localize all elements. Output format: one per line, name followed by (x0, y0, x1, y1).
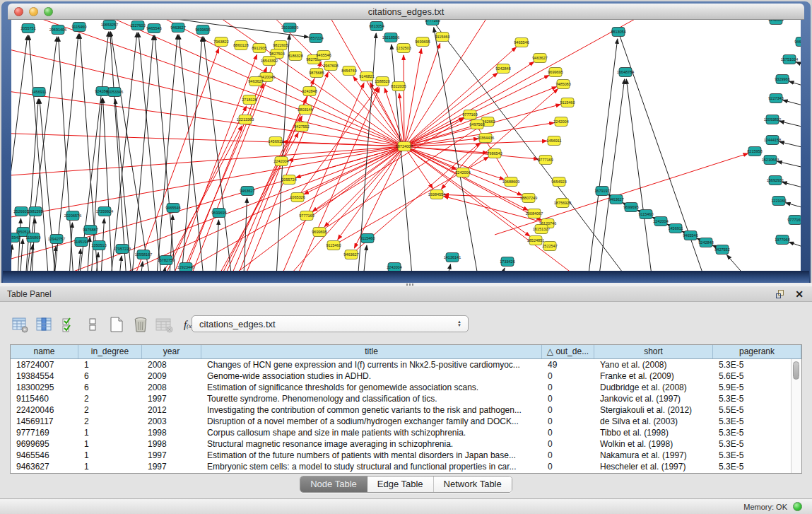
graph-node-label: 12213363 (237, 117, 254, 122)
graph-node-label: 8454749 (341, 69, 356, 73)
graph-node-label: 15692931 (767, 178, 784, 182)
table-row[interactable]: 969969511998Structural magnetic resonanc… (11, 438, 791, 450)
row-selector-icon[interactable] (82, 315, 103, 334)
tab-node-table[interactable]: Node Table (300, 477, 367, 492)
table-cell: 1997 (142, 393, 201, 404)
column-header-short[interactable]: short (594, 345, 713, 358)
table-row[interactable]: 946362711997Embryonic stem cells: a mode… (11, 461, 791, 472)
memory-indicator-icon[interactable] (793, 502, 802, 511)
table-cell: Estimation of significance thresholds fo… (201, 382, 542, 393)
table-body: 1872400712008Changes of HCN gene express… (11, 359, 791, 473)
graph-node-label: 6497568 (469, 122, 484, 127)
table-row[interactable]: 977716911998Corpus callosum shape and si… (11, 427, 791, 438)
table-panel: Table Panel ✕ f(x) citat (0, 286, 812, 498)
graph-node-label: 1377068 (775, 238, 789, 242)
table-panel-title: Table Panel (7, 289, 52, 299)
table-cell: 18724007 (11, 359, 78, 370)
graph-node-label: 9777169 (462, 112, 477, 117)
table-cell: 5.9E-5 (713, 382, 791, 393)
graph-edge (779, 141, 801, 151)
graph-edge (40, 99, 57, 271)
graph-node-label: 18524851 (527, 238, 544, 243)
column-header-title[interactable]: title (201, 345, 542, 358)
graph-edge (597, 79, 625, 271)
table-cell: 1 (78, 450, 142, 461)
column-header-in_degree[interactable]: in_degree (78, 345, 142, 358)
window-title: citations_edges.txt (8, 6, 804, 17)
column-header-out_degree[interactable]: △ out_de... (542, 345, 594, 358)
table-cell: 1997 (142, 461, 201, 472)
table-cell: 1 (78, 461, 142, 472)
table-row[interactable]: 2242004622012Investigating the contribut… (11, 404, 791, 416)
graph-node-label: 10688609 (502, 180, 519, 184)
table-cell: 1 (78, 359, 142, 370)
graph-edge (626, 79, 654, 271)
column-header-year[interactable]: year (142, 345, 201, 358)
graph-node-label: 1456911 (268, 139, 283, 144)
graph-node-label: 20691406 (49, 28, 66, 32)
dropdown-stepper-icon: ▲▼ (454, 320, 465, 327)
delete-column-icon[interactable] (130, 315, 151, 334)
graph-edge (25, 99, 38, 271)
network-canvas[interactable]: 1872400779638228860128891293598226059827… (11, 20, 801, 271)
network-window-titlebar[interactable]: citations_edges.txt (8, 4, 804, 20)
table-row[interactable]: 1456911722003Disruption of a novel membe… (11, 416, 791, 427)
table-vertical-scrollbar[interactable] (791, 359, 801, 473)
graph-node-label: 9463627 (343, 252, 358, 257)
table-toolbar: f(x) (10, 313, 202, 336)
scrollbar-thumb[interactable] (793, 361, 799, 380)
float-panel-icon[interactable] (776, 290, 785, 299)
table-cell: 5.6E-5 (713, 370, 791, 382)
table-cell: 9465546 (11, 450, 78, 461)
graph-node-label: 9227343 (768, 96, 783, 100)
column-checklist-icon[interactable] (58, 315, 79, 334)
column-header-name[interactable]: name (11, 345, 78, 358)
table-header-row: namein_degreeyeartitle△ out_de...shortpa… (11, 345, 801, 359)
graph-node-label: 8860128 (233, 43, 248, 47)
graph-node-label: 2526605 (13, 209, 28, 214)
close-panel-icon[interactable]: ✕ (795, 289, 804, 299)
table-cell: 1 (78, 427, 142, 438)
graph-node-label: 8215958 (747, 149, 762, 153)
graph-node-label: 9146821 (359, 74, 374, 78)
table-cell: 0 (542, 461, 594, 472)
graph-edge (155, 35, 177, 271)
graph-node-label: 9115460 (326, 243, 341, 247)
graph-node-label: 18807249 (520, 196, 537, 200)
table-cell: Tibbo et al. (1998) (594, 427, 713, 438)
table-row[interactable]: 911546021997Tourette syndrome. Phenomeno… (11, 393, 791, 404)
graph-node-label: 9975887 (83, 228, 98, 232)
graph-node-label: 9827503 (269, 52, 284, 56)
table-cell: Stergiakouli et al. (2012) (594, 404, 713, 416)
tab-network-table[interactable]: Network Table (434, 477, 512, 492)
graph-node-label: 17359924 (96, 209, 113, 214)
graph-node-label: 16782759 (158, 258, 175, 262)
graph-edge (11, 40, 404, 146)
graph-edge (111, 32, 152, 271)
column-header-pagerank[interactable]: pagerank (713, 345, 801, 358)
graph-node-label: 10958167 (135, 252, 152, 257)
graph-edge (11, 132, 404, 146)
table-cell: 49 (542, 359, 594, 370)
graph-node-label: 9699695 (623, 205, 638, 209)
table-row[interactable]: 1872400712008Changes of HCN gene express… (11, 359, 791, 370)
graph-node-label: 12444158 (764, 138, 781, 142)
graph-node-label: 19218506 (382, 35, 399, 40)
table-row[interactable]: 946554611997Estimation of the future num… (11, 450, 791, 461)
graph-node-label: 1981595 (28, 209, 42, 214)
graph-node-label: 2055751 (20, 26, 35, 30)
graph-node-label: 2242004 (768, 20, 783, 22)
table-row[interactable]: 1830029562008Estimation of significance … (11, 382, 791, 393)
table-options-icon[interactable] (10, 315, 31, 334)
show-columns-icon[interactable] (34, 315, 55, 334)
graph-node-label: 12093832 (764, 117, 781, 122)
graph-node-label: 9465546 (316, 53, 331, 57)
app-root: { "window": { "title": "citations_edges.… (0, 0, 812, 514)
tab-edge-table[interactable]: Edge Table (367, 477, 434, 492)
new-column-icon[interactable] (106, 315, 127, 334)
graph-edge (404, 146, 530, 236)
table-cell: 2009 (142, 370, 201, 382)
table-row[interactable]: 1938455462009Genome-wide association stu… (11, 370, 791, 382)
table-cell: de Silva et al. (2003) (594, 416, 713, 427)
table-selector-dropdown[interactable]: citations_edges.txt ▲▼ (192, 315, 469, 332)
